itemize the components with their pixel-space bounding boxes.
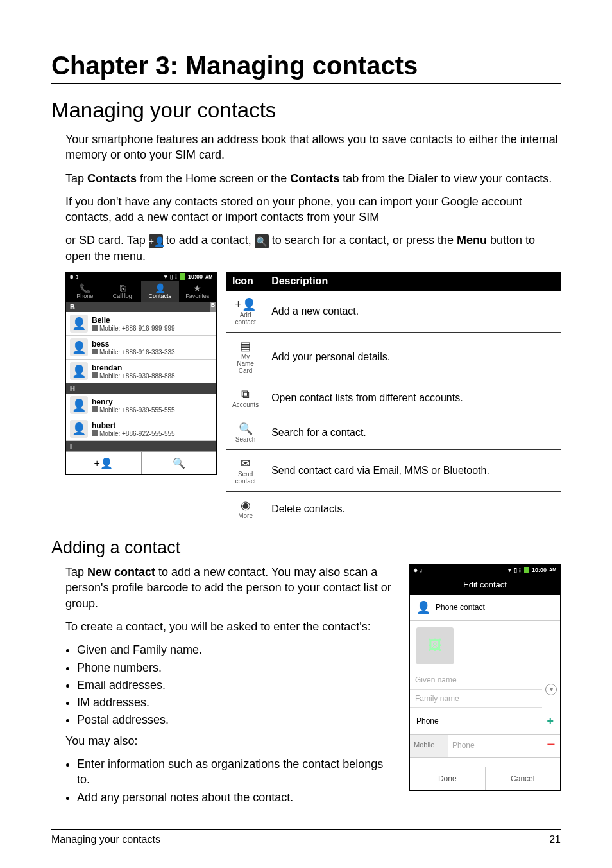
add-contact-icon: +👤 bbox=[232, 297, 259, 311]
contact-name: brendan bbox=[92, 363, 175, 372]
th-icon: Icon bbox=[226, 272, 265, 291]
icon-desc: Delete contacts. bbox=[265, 492, 561, 526]
status-time: 10:00 bbox=[532, 566, 547, 574]
table-row: +👤Add contactAdd a new contact. bbox=[226, 291, 561, 333]
footer-title: Managing your contacts bbox=[51, 834, 160, 846]
avatar-icon: 👤 bbox=[70, 338, 88, 356]
cancel-button[interactable]: Cancel bbox=[486, 767, 561, 790]
phone-section-label: Phone bbox=[416, 716, 439, 726]
wifi-icon: ▾ bbox=[508, 566, 511, 574]
icon-desc: Open contact lists from different accoun… bbox=[265, 381, 561, 415]
tab-favorites[interactable]: ★Favorites bbox=[179, 281, 217, 302]
text: from the Home screen or the bbox=[137, 172, 290, 185]
icon-label: My Name Card bbox=[237, 353, 254, 374]
intro-p1: Your smartphone features an address book… bbox=[65, 132, 561, 163]
you-may-also-list: Enter information such as organizations … bbox=[77, 756, 399, 805]
list-item: Phone numbers. bbox=[77, 660, 399, 675]
wifi-icon: ▾ bbox=[164, 273, 167, 280]
signal-icon: ▯ ⫶ bbox=[170, 273, 178, 280]
tab-contacts[interactable]: 👤Contacts bbox=[141, 281, 179, 302]
status-bar: ⎈ ▯ ▾ ▯ ⫶ 10:00 AM bbox=[66, 272, 216, 281]
list-item: Given and Family name. bbox=[77, 642, 399, 657]
family-name-field[interactable]: Family name bbox=[410, 690, 542, 708]
search-button[interactable]: 🔍 bbox=[142, 452, 217, 474]
status-left-icons: ⎈ ▯ bbox=[414, 566, 422, 574]
more-icon: ◉ bbox=[232, 498, 259, 512]
bold-contacts-tab: Contacts bbox=[290, 172, 339, 185]
index-i: I bbox=[66, 441, 216, 451]
icon-description-table: Icon Description +👤Add contactAdd a new … bbox=[226, 272, 561, 526]
bottom-actions: +👤 🔍 bbox=[66, 451, 216, 474]
contact-fields-list: Given and Family name. Phone numbers. Em… bbox=[77, 642, 399, 727]
send-contact-icon: ✉ bbox=[232, 456, 259, 471]
search-icon: 🔍 bbox=[232, 422, 259, 436]
phone-icon: 📞 bbox=[66, 284, 104, 293]
tab-calllog[interactable]: ⎘Call log bbox=[104, 281, 142, 302]
sim-icon bbox=[92, 349, 98, 354]
list-item[interactable]: 👤BelleMobile: +886-916-999-999 bbox=[66, 312, 216, 336]
list-item: Email addresses. bbox=[77, 677, 399, 693]
text: Tap bbox=[65, 172, 87, 185]
add-contact-button[interactable]: +👤 bbox=[66, 452, 142, 474]
icon-label: More bbox=[238, 512, 253, 519]
table-row: ✉Send contactSend contact card via Email… bbox=[226, 450, 561, 492]
given-name-field[interactable]: Given name bbox=[410, 671, 542, 690]
contact-name: henry bbox=[92, 397, 175, 406]
contact-name: bess bbox=[92, 340, 175, 349]
status-time: 10:00 bbox=[188, 273, 203, 280]
text: or SD card. Tap bbox=[65, 234, 149, 247]
sim-icon bbox=[92, 325, 98, 331]
contacts-icon: 👤 bbox=[141, 284, 179, 293]
bold-menu: Menu bbox=[457, 234, 487, 247]
avatar-icon: 👤 bbox=[70, 362, 88, 380]
intro-p3: If you don't have any contacts stored on… bbox=[65, 194, 561, 225]
phone-type-selector[interactable]: Mobile bbox=[410, 735, 448, 757]
tab-label: Phone bbox=[76, 293, 93, 299]
table-row: 🔍SearchSearch for a contact. bbox=[226, 415, 561, 450]
tab-phone[interactable]: 📞Phone bbox=[66, 281, 104, 302]
contact-number: Mobile: +886-922-555-555 bbox=[92, 430, 175, 437]
th-description: Description bbox=[265, 272, 561, 291]
section-title: Managing your contacts bbox=[51, 98, 561, 123]
list-item[interactable]: 👤brendanMobile: +886-930-888-888 bbox=[66, 360, 216, 383]
list-item[interactable]: 👤hubertMobile: +886-922-555-555 bbox=[66, 417, 216, 441]
page-footer: Managing your contacts 21 bbox=[51, 829, 561, 846]
calllog-icon: ⎘ bbox=[104, 284, 142, 293]
tab-label: Call log bbox=[113, 293, 132, 299]
avatar-icon: 👤 bbox=[70, 396, 88, 414]
index-h: H bbox=[66, 383, 216, 394]
search-icon: 🔍 bbox=[255, 234, 269, 248]
done-button[interactable]: Done bbox=[410, 767, 486, 790]
remove-phone-icon[interactable]: − bbox=[547, 736, 556, 752]
icon-desc: Add a new contact. bbox=[265, 291, 561, 333]
contact-list: 👤BelleMobile: +886-916-999-999 👤bessMobi… bbox=[66, 312, 216, 383]
list-item: Postal addresses. bbox=[77, 712, 399, 727]
bold-new-contact: New contact bbox=[87, 566, 155, 578]
status-left-icons: ⎈ ▯ bbox=[70, 273, 78, 280]
avatar-icon: 👤 bbox=[70, 315, 88, 333]
scroll-index-b[interactable]: B bbox=[210, 302, 216, 312]
chapter-title: Chapter 3: Managing contacts bbox=[51, 51, 561, 80]
contact-number: Mobile: +886-939-555-555 bbox=[92, 406, 175, 413]
sim-icon bbox=[92, 372, 98, 378]
phone-number-field[interactable]: Phone bbox=[448, 735, 542, 757]
battery-icon bbox=[180, 273, 185, 280]
battery-icon bbox=[524, 567, 529, 573]
expand-name-icon[interactable]: ▾ bbox=[545, 684, 557, 695]
text: tab from the Dialer to view your contact… bbox=[339, 172, 552, 185]
icon-label: Search bbox=[235, 436, 256, 443]
table-row: ◉MoreDelete contacts. bbox=[226, 492, 561, 526]
letter: B bbox=[70, 303, 75, 311]
page-number: 21 bbox=[549, 834, 561, 846]
list-item[interactable]: 👤bessMobile: +886-916-333-333 bbox=[66, 336, 216, 360]
bold-contacts: Contacts bbox=[87, 172, 137, 185]
list-item[interactable]: 👤henryMobile: +886-939-555-555 bbox=[66, 394, 216, 417]
contact-type-row[interactable]: 👤 Phone contact bbox=[410, 595, 560, 621]
add-phone-icon[interactable]: + bbox=[547, 713, 554, 729]
contact-photo-placeholder[interactable]: 🖼 bbox=[416, 627, 454, 664]
index-b: BB bbox=[66, 302, 216, 312]
contact-number: Mobile: +886-916-999-999 bbox=[92, 325, 175, 332]
contact-number: Mobile: +886-930-888-888 bbox=[92, 372, 175, 379]
icon-label: Add contact bbox=[235, 311, 255, 326]
dialer-tabs: 📞Phone ⎘Call log 👤Contacts ★Favorites bbox=[66, 281, 216, 302]
